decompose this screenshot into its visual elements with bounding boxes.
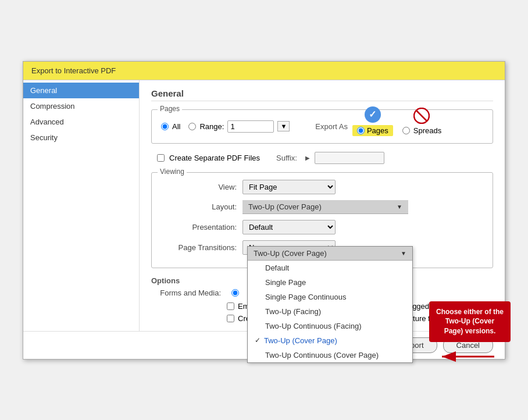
dialog-body: General Compression Advanced Security Ge…: [23, 80, 505, 331]
export-as-group: Export As ✓ Pages: [315, 117, 441, 136]
create-acrobat-layers-checkbox[interactable]: [227, 315, 234, 322]
dropdown-header-label: Two-Up (Cover Page) ▼: [248, 247, 412, 261]
pages-section-label: Pages: [158, 105, 182, 113]
blue-check-icon: ✓: [365, 106, 381, 123]
range-label: Range:: [199, 122, 224, 131]
range-radio-group: Range: ▼: [188, 120, 290, 133]
range-dropdown-icon[interactable]: ▼: [277, 121, 290, 131]
dropdown-item-default[interactable]: Default: [248, 261, 412, 275]
layout-chevron-icon: ▼: [397, 204, 402, 210]
dropdown-item-single-page[interactable]: Single Page: [248, 275, 412, 290]
viewing-section-label: Viewing: [158, 168, 187, 176]
export-as-label: Export As: [315, 122, 348, 131]
dropdown-item-single-page-continuous[interactable]: Single Page Continuous: [248, 290, 412, 304]
red-arrow-indicator: [436, 345, 506, 370]
sidebar-item-general[interactable]: General: [23, 83, 139, 98]
section-title: General: [151, 88, 493, 101]
dropdown-item-two-up-facing[interactable]: Two-Up (Facing): [248, 304, 412, 319]
sidebar-item-security[interactable]: Security: [23, 130, 139, 145]
range-radio[interactable]: [188, 123, 196, 130]
layout-label: Layout:: [161, 202, 237, 211]
page-transitions-label: Page Transitions:: [161, 243, 237, 252]
all-radio-group: All: [161, 122, 180, 131]
create-separate-label: Create Separate PDF Files: [169, 154, 260, 162]
suffix-label: Suffix:: [276, 154, 297, 162]
main-content: General Pages All Range: ▼: [140, 80, 505, 331]
presentation-select[interactable]: Default: [242, 220, 336, 234]
pages-row: All Range: ▼ Export As ✓: [161, 117, 483, 136]
dropdown-chevron-icon: ▼: [401, 250, 406, 257]
red-no-icon: [413, 108, 430, 124]
view-row: View: Fit Page: [161, 180, 483, 194]
view-label: View:: [161, 183, 237, 191]
sidebar-item-advanced[interactable]: Advanced: [23, 114, 139, 130]
all-radio[interactable]: [161, 123, 169, 130]
export-dialog: Export to Interactive PDF General Compre…: [23, 61, 505, 360]
tooltip-box: Choose either of the Two-Up (Cover Page)…: [429, 301, 511, 342]
suffix-input[interactable]: [315, 152, 384, 164]
presentation-row: Presentation: Default: [161, 220, 483, 234]
layout-dropdown-header[interactable]: Two-Up (Cover Page) ▼: [242, 200, 408, 214]
forms-media-label: Forms and Media:: [151, 289, 221, 297]
embed-thumbnails-checkbox[interactable]: [227, 302, 234, 310]
pages-wrapper: ✓ Pages: [352, 117, 393, 136]
pages-section: Pages All Range: ▼: [151, 109, 493, 144]
pages-highlight-label: Pages: [367, 126, 388, 135]
layout-dropdown-value: Two-Up (Cover Page): [248, 202, 322, 211]
all-label: All: [172, 122, 180, 131]
view-select[interactable]: Fit Page: [242, 180, 336, 194]
create-separate-row: Create Separate PDF Files Suffix: ▶: [157, 152, 493, 164]
pages-highlight: Pages: [352, 125, 393, 136]
dialog-title: Export to Interactive PDF: [23, 62, 505, 80]
layout-dropdown-overlay: Two-Up (Cover Page) ▼ Default Single Pag…: [247, 246, 413, 363]
dropdown-item-two-up-continuous-facing[interactable]: Two-Up Continuous (Facing): [248, 319, 412, 333]
range-input[interactable]: [227, 120, 274, 133]
spreads-wrapper: Spreads: [402, 118, 441, 135]
suffix-arrow: ▶: [305, 155, 310, 161]
create-separate-checkbox[interactable]: [157, 154, 165, 162]
dropdown-item-two-up-cover[interactable]: Two-Up (Cover Page): [248, 333, 412, 348]
dialog-title-text: Export to Interactive PDF: [31, 66, 116, 75]
presentation-label: Presentation:: [161, 223, 237, 232]
spreads-radio[interactable]: [402, 127, 410, 134]
pages-radio[interactable]: [357, 127, 365, 134]
sidebar: General Compression Advanced Security: [23, 80, 140, 331]
spreads-label: Spreads: [413, 126, 441, 135]
sidebar-item-compression[interactable]: Compression: [23, 98, 139, 114]
layout-row: Layout: Two-Up (Cover Page) ▼: [161, 200, 483, 214]
dropdown-item-two-up-continuous-cover[interactable]: Two-Up Continuous (Cover Page): [248, 348, 412, 362]
include-all-radio[interactable]: [231, 289, 239, 297]
